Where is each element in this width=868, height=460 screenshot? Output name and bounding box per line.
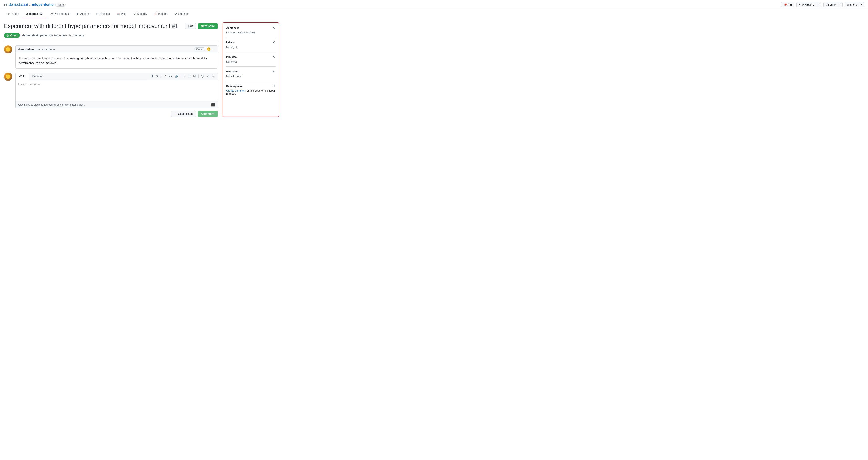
open-label: Open: [10, 34, 18, 37]
milestone-gear-button[interactable]: ⚙: [273, 70, 276, 73]
star-count: 0: [856, 3, 857, 6]
toolbar-heading-button[interactable]: H: [150, 74, 154, 78]
tab-insights[interactable]: 📈 Insights: [150, 10, 171, 18]
comment-box: demodataai commented now Owner 🙂 ··· The…: [16, 45, 218, 69]
repo-owner-link[interactable]: demodataai: [9, 3, 28, 7]
settings-icon: ⚙: [175, 12, 177, 15]
write-tab[interactable]: Write: [16, 73, 29, 80]
projects-icon: ⊞: [96, 12, 98, 15]
issue-main: Experiment with different hyperparameter…: [4, 23, 218, 117]
tab-code[interactable]: </> Code: [4, 10, 22, 18]
assignees-title: Assignees: [226, 26, 240, 29]
tab-pull-requests[interactable]: ⎇ Pull requests: [46, 10, 74, 18]
close-issue-button[interactable]: ✓ Close issue: [171, 111, 196, 117]
unwatch-button[interactable]: 👁 Unwatch 1: [797, 2, 817, 7]
unwatch-count: 1: [813, 3, 814, 6]
star-button[interactable]: ☆ Star 0: [845, 2, 859, 7]
development-value: Create a branch for this issue or link a…: [226, 89, 276, 95]
tab-actions-label: Actions: [80, 12, 89, 15]
create-branch-link[interactable]: Create a branch: [226, 89, 245, 92]
sidebar-labels-section: Labels ⚙ None yet: [226, 41, 276, 52]
owner-badge: Owner: [194, 47, 205, 51]
tab-code-label: Code: [12, 12, 19, 15]
milestone-title: Milestone: [226, 70, 239, 73]
comment-author-avatar: 🟡: [4, 45, 12, 54]
tab-settings[interactable]: ⚙ Settings: [171, 10, 192, 18]
tab-security-label: Security: [137, 12, 147, 15]
emoji-button[interactable]: 🙂: [207, 47, 211, 51]
toolbar-numbered-button[interactable]: ≣: [187, 74, 191, 78]
development-title: Development: [226, 85, 243, 88]
comment-textarea[interactable]: [16, 80, 218, 100]
comment-header-right: Owner 🙂 ···: [194, 47, 215, 51]
tab-pr-label: Pull requests: [54, 12, 70, 15]
issue-title: Experiment with different hyperparameter…: [4, 23, 182, 30]
tab-security[interactable]: 🛡 Security: [129, 10, 150, 18]
sidebar-development-section: Development ⚙ Create a branch for this i…: [226, 84, 276, 95]
issue-author-link[interactable]: demodataai: [22, 34, 38, 37]
issues-badge: 1: [39, 12, 43, 15]
preview-tab[interactable]: Preview: [29, 73, 45, 80]
comment-text: The model seems to underperform. The tra…: [19, 56, 214, 65]
tab-settings-label: Settings: [178, 12, 189, 15]
toolbar-bold-button[interactable]: B: [155, 74, 159, 78]
toolbar-bullet-button[interactable]: ≡: [183, 74, 186, 78]
toolbar-quote-button[interactable]: ❝: [163, 74, 167, 78]
toolbar-task-button[interactable]: ☑: [192, 74, 197, 78]
unwatch-split: 👁 Unwatch 1 ▾: [796, 2, 822, 7]
more-options-button[interactable]: ···: [213, 47, 215, 51]
toolbar: H B I ❝ <> 🔗 ≡ ≣ ☑ @ ↗: [147, 73, 218, 80]
sidebar-milestone-section: Milestone ⚙ No milestone: [226, 70, 276, 81]
top-bar: ⊡ demodataai / mlops-demo Public 📌 Pin 👁…: [0, 0, 868, 10]
toolbar-code-button[interactable]: <>: [168, 74, 173, 78]
fork-icon: ⑂: [826, 3, 827, 6]
tab-projects[interactable]: ⊞ Projects: [93, 10, 113, 18]
issue-time: now: [62, 34, 67, 37]
issue-separator: ·: [68, 34, 69, 37]
pin-icon: 📌: [784, 3, 787, 6]
tab-actions[interactable]: ▶ Actions: [73, 10, 93, 18]
labels-header: Labels ⚙: [226, 41, 276, 44]
issue-title-text: Experiment with different hyperparameter…: [4, 23, 170, 29]
repo-name-link[interactable]: mlops-demo: [32, 3, 54, 7]
write-section: 🟡 Write Preview H B I ❝ <> 🔗: [4, 73, 218, 117]
projects-gear-button[interactable]: ⚙: [273, 55, 276, 59]
toolbar-undo-button[interactable]: ↩: [211, 74, 215, 78]
tab-wiki-label: Wiki: [121, 12, 126, 15]
top-actions: 📌 Pin 👁 Unwatch 1 ▾ ⑂ Fork 0 ▾ ☆ Star 0: [781, 2, 864, 7]
pr-icon: ⎇: [50, 12, 53, 15]
labels-gear-button[interactable]: ⚙: [273, 41, 276, 44]
eye-icon: 👁: [799, 3, 801, 6]
tab-issues[interactable]: ⊙ Issues 1: [22, 10, 46, 18]
labels-value: None yet: [226, 45, 276, 48]
tab-wiki[interactable]: 📖 Wiki: [113, 10, 129, 18]
comment-header: demodataai commented now Owner 🙂 ···: [16, 45, 218, 53]
comment-button[interactable]: Comment: [198, 111, 218, 117]
toolbar-mention-button[interactable]: @: [200, 74, 205, 78]
tab-issues-label: Issues: [29, 12, 38, 15]
issue-number: #1: [172, 23, 178, 29]
main-content: Experiment with different hyperparameter…: [0, 19, 283, 121]
edit-button[interactable]: Edit: [185, 23, 196, 29]
pin-button[interactable]: 📌 Pin: [781, 2, 794, 7]
unwatch-caret[interactable]: ▾: [817, 2, 821, 7]
comment-body: The model seems to underperform. The tra…: [16, 53, 218, 68]
fork-caret[interactable]: ▾: [838, 2, 842, 7]
sidebar-assignees-section: Assignees ⚙ No one—assign yourself: [226, 26, 276, 37]
issue-sidebar: Assignees ⚙ No one—assign yourself Label…: [223, 23, 279, 117]
close-issue-check-icon: ✓: [175, 112, 177, 116]
unwatch-label: Unwatch: [802, 3, 812, 6]
toolbar-ref-button[interactable]: ↗: [206, 74, 210, 78]
write-tabs: Write Preview H B I ❝ <> 🔗 ≡ ≣: [16, 73, 218, 80]
development-gear-button[interactable]: ⚙: [273, 84, 276, 88]
star-caret[interactable]: ▾: [859, 2, 864, 7]
actions-icon: ▶: [77, 12, 79, 15]
assignees-gear-button[interactable]: ⚙: [273, 26, 276, 29]
assignees-value: No one—assign yourself: [226, 31, 276, 34]
repo-icon: ⊡: [4, 3, 7, 7]
new-issue-button[interactable]: New issue: [198, 23, 218, 29]
toolbar-link-button[interactable]: 🔗: [174, 74, 179, 78]
toolbar-italic-button[interactable]: I: [160, 74, 162, 78]
tab-insights-label: Insights: [158, 12, 168, 15]
fork-button[interactable]: ⑂ Fork 0: [824, 2, 838, 7]
